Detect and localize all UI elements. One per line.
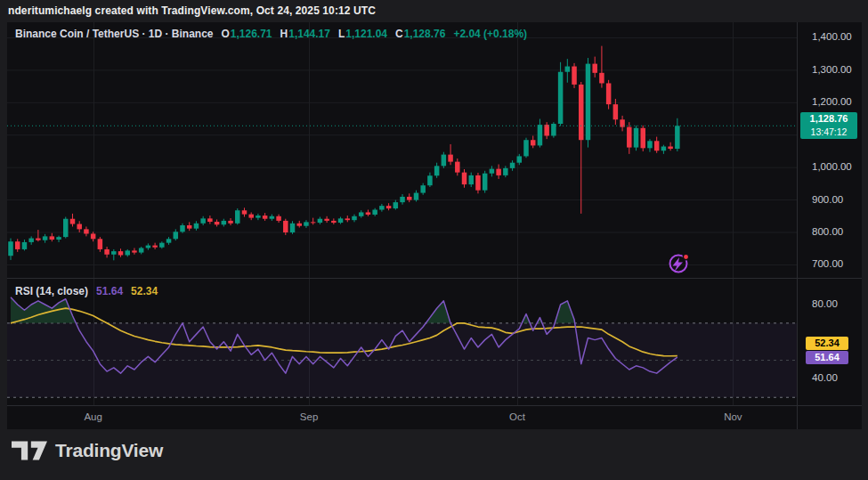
rsi-ma-value: 52.34 [131,285,158,297]
candle-body [366,212,371,215]
candle-body [174,232,179,239]
notification-dot [683,254,688,259]
tradingview-snapshot: nderitumichaelg created with TradingView… [0,0,868,480]
candle-body [379,206,385,209]
candle-body [661,146,667,151]
candle-body [270,216,275,219]
candle-body [304,222,309,225]
candle-body [98,239,103,249]
ohlc-label: H [280,28,288,40]
candle-body [215,222,220,224]
candle-body [36,239,41,240]
candle-body [558,72,564,124]
candle-body [359,212,364,216]
candle-body [462,173,467,184]
candle-body [290,224,296,232]
candle-body [318,219,323,223]
ohlc-value: 1,126.71 [231,28,272,40]
candle-body [490,169,495,174]
candle-body [565,67,571,72]
price-axis-label: 1,000.00 [812,161,852,172]
candle-body [125,250,130,255]
price-change: +2.04 (+0.18%) [453,28,527,40]
candle-body [194,224,199,229]
candle-body [222,221,227,224]
candle-body [22,242,28,249]
candle-body [551,124,556,135]
candle-body [263,216,268,219]
candle-body [414,193,419,200]
ohlc-label: O [221,28,229,40]
rsi-axis-label: 80.00 [812,298,838,309]
candle-body [200,218,206,223]
candle-body [640,128,645,149]
candle-body [152,246,158,248]
ohlc-value: 1,121.04 [345,28,387,40]
time-axis-label: Nov [724,411,742,422]
time-axis-label: Sep [300,411,318,422]
candle-body [572,67,577,85]
price-axis-label: 1,400.00 [812,31,852,42]
candle-body [283,221,288,232]
rsi-value-badge: 51.64 [806,351,848,364]
candle-body [448,155,453,162]
candle-body [386,206,392,208]
candle-body [91,233,96,239]
ohlc-value: 1,128.76 [404,28,446,40]
candle-body [118,251,124,255]
candle-body [668,146,673,149]
candle-body [634,128,639,148]
rsi-legend-title[interactable]: RSI (14, close) [15,285,88,297]
candle-body [56,237,61,240]
candle-body [159,243,165,248]
candle-body [104,249,110,255]
candle-body [455,162,460,173]
rsi-value: 51.64 [96,285,123,297]
candle-body [111,251,117,255]
tradingview-logo[interactable]: TradingView [12,440,163,461]
candle-body [77,224,82,230]
candle-body [606,83,612,104]
candle-body [324,219,329,221]
candle-body [620,119,625,126]
candle-body [675,126,680,149]
candle-body [8,241,13,256]
symbol-legend: Binance Coin / TetherUS · 1D · Binance O… [15,28,527,40]
tradingview-logo-icon [12,441,47,460]
candle-body [207,218,213,222]
candle-body [517,156,523,162]
candle-body [242,210,247,214]
symbol-title[interactable]: Binance Coin / TetherUS · 1D · Binance [15,28,213,40]
rsi-axis-label: 40.00 [812,372,838,383]
candle-body [420,185,426,192]
attribution-text: nderitumichaelg created with TradingView… [8,4,376,17]
candle-body [146,246,151,248]
candle-body [276,216,281,221]
candle-body [43,236,48,240]
candle-body [407,197,412,200]
ohlc-close: C1,128.76 [395,28,445,40]
candle-body [345,218,351,220]
candle-body [599,73,604,84]
candle-body [139,248,144,252]
candle-body [63,219,69,237]
candle-body [187,225,192,229]
candle-body [15,241,20,249]
chart-canvas[interactable] [0,0,868,480]
countdown-timer: 13:47:12 [800,126,857,139]
candle-body [331,221,337,223]
candle-body [84,229,89,233]
candle-body [296,224,302,226]
candle-body [531,140,536,145]
candle-body [180,225,185,232]
ohlc-open: O1,126.71 [221,28,272,40]
candle-body [352,216,357,220]
ohlc-value: 1,144.17 [288,28,330,40]
candle-body [393,202,399,208]
candle-body [442,155,447,167]
candle-body [613,104,619,119]
candle-body [166,239,172,242]
candle-body [592,64,597,73]
tradingview-logo-text: TradingView [55,440,163,461]
candle-body [496,169,501,175]
